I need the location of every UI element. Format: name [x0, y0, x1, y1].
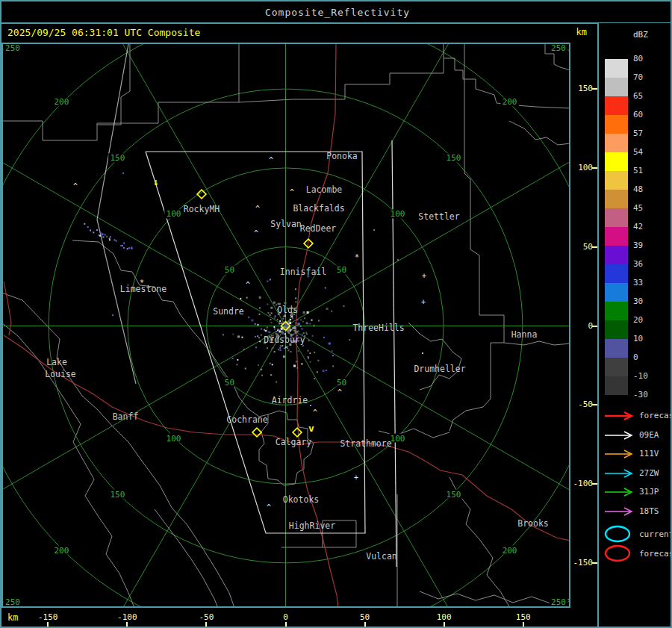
bottom-axis-tick-label: 50 — [360, 612, 370, 622]
dbz-swatch — [605, 134, 628, 152]
svg-text:50: 50 — [337, 265, 346, 275]
dbz-scale-value: 30 — [633, 296, 643, 306]
svg-text:200: 200 — [54, 546, 69, 556]
dbz-scale-value: 42 — [633, 222, 643, 231]
town-marker-icon: ^ — [255, 205, 260, 213]
storm-vector-icon: v — [308, 423, 314, 434]
right-axis-tick — [592, 562, 597, 564]
town-marker-icon: + — [421, 298, 426, 306]
legend-item: forecast — [603, 544, 672, 563]
svg-text:50: 50 — [225, 265, 234, 275]
city-label: RedDeer — [300, 223, 337, 234]
track-arrow-icon — [603, 448, 638, 460]
bottom-axis-tick — [444, 622, 445, 628]
city-label: Didsbury — [264, 335, 305, 345]
dbz-scale-value: -30 — [633, 390, 648, 400]
dbz-swatch — [605, 152, 628, 171]
radar-site-icon — [252, 428, 261, 437]
city-label: RockyMH — [184, 204, 220, 214]
city-label: Sundre — [213, 306, 244, 317]
bottom-axis-tick-label: 0 — [283, 612, 288, 622]
map-markers-layer: ↓v^^^^^^^^^^+++** — [73, 156, 426, 512]
svg-text:250: 250 — [551, 43, 566, 53]
town-marker-icon: ^ — [254, 229, 258, 237]
right-axis-tick-label: -50 — [578, 400, 593, 409]
right-axis: 150100500-50-100-150 — [572, 43, 597, 608]
city-label: HighRiver — [289, 520, 335, 531]
dbz-scale-value: 70 — [633, 72, 643, 82]
track-arrow-icon — [603, 467, 638, 479]
dbz-swatch — [605, 59, 628, 78]
dbz-scale-value: 0 — [633, 352, 638, 362]
city-label: Airdrie — [272, 395, 308, 405]
colour-scale-panel: dBZ 807065605754514845423936333020100-10… — [599, 23, 672, 628]
legend-item-label: current — [639, 529, 672, 539]
legend-item-label: 31JP — [639, 487, 659, 497]
bottom-axis-tick — [47, 622, 49, 628]
city-label: Cochrane — [226, 414, 267, 425]
track-arrow-icon — [603, 410, 638, 422]
svg-text:150: 150 — [447, 490, 461, 500]
town-marker-icon: + — [422, 272, 426, 280]
right-axis-tick-label: 100 — [578, 163, 593, 172]
dbz-scale-value: 10 — [633, 334, 643, 343]
bottom-axis-tick — [364, 622, 366, 628]
town-marker-icon: ^ — [73, 182, 78, 190]
city-label: Olds — [277, 305, 298, 315]
dbz-swatch — [605, 171, 628, 190]
town-marker-icon: ^ — [337, 388, 342, 397]
town-marker-icon: ^ — [290, 188, 294, 196]
dbz-swatch — [605, 96, 628, 115]
legend-item: 09EA — [603, 429, 672, 441]
dbz-scale-value: 36 — [633, 259, 643, 269]
dbz-swatch — [605, 78, 628, 96]
bottom-axis-tick-label: -100 — [117, 612, 137, 622]
city-label: Vulcan — [366, 551, 397, 562]
radar-site-icon — [293, 428, 302, 437]
city-label: Drumheller — [414, 364, 465, 374]
legend-item: 27ZW — [603, 467, 672, 479]
right-axis-tick — [592, 246, 597, 248]
radar-map-canvas[interactable]: 5050505010010010010015015015015020020020… — [1, 43, 570, 608]
svg-text:150: 150 — [111, 153, 125, 163]
radar-sector-outline — [97, 44, 396, 567]
track-arrow-icon — [603, 486, 638, 498]
city-label: ThreeHills — [352, 323, 404, 333]
legend-item: forecast — [603, 410, 672, 422]
city-label: Innisfail — [280, 267, 326, 277]
svg-text:250: 250 — [551, 597, 566, 607]
radar-app-window: Composite_Reflectivity 2025/09/25 06:31:… — [0, 0, 672, 628]
dbz-scale-value: -10 — [633, 371, 648, 381]
city-label: Okotoks — [283, 494, 319, 505]
dbz-scale-value: 20 — [633, 315, 643, 325]
bottom-axis-tick — [523, 622, 524, 628]
legend-item-label: 27ZW — [639, 468, 659, 478]
dbz-scale-value: 60 — [633, 110, 643, 119]
svg-text:100: 100 — [167, 209, 181, 219]
dbz-swatch — [605, 190, 628, 208]
bottom-axis-tick-label: -50 — [199, 612, 214, 622]
svg-text:250: 250 — [5, 597, 20, 607]
city-label: Hanna — [511, 329, 538, 340]
city-label: Ponoka — [326, 151, 358, 161]
right-axis-tick-label: 150 — [578, 84, 593, 93]
right-axis-tick — [592, 326, 597, 327]
track-ellipse-icon — [603, 544, 638, 563]
city-label: Blackfalds — [293, 203, 344, 214]
right-axis-tick-label: -100 — [573, 479, 594, 488]
bottom-axis-unit: km — [7, 612, 18, 623]
dbz-swatch — [605, 283, 628, 302]
svg-text:250: 250 — [5, 43, 20, 53]
town-marker-icon: ^ — [269, 156, 273, 164]
city-label: Sylvan — [270, 219, 302, 229]
city-label: Banff — [113, 411, 139, 422]
right-axis-tick — [592, 88, 597, 90]
dbz-scale-value: 80 — [633, 54, 643, 63]
city-label: Louise — [45, 369, 76, 379]
dbz-swatch — [605, 227, 628, 246]
dbz-swatch — [605, 302, 628, 320]
dbz-swatch — [605, 358, 628, 376]
dbz-scale-value: 45 — [633, 203, 643, 213]
right-axis-tick — [592, 483, 597, 485]
town-marker-icon: ^ — [284, 346, 288, 354]
